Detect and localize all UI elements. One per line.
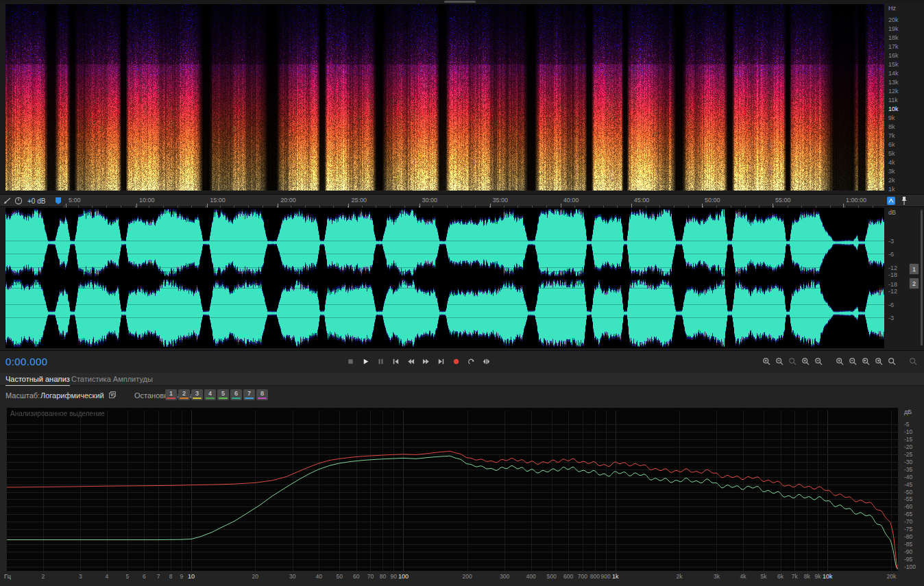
freq-tick-label: 10k (823, 573, 833, 580)
channel-1-button[interactable]: 1 (909, 263, 919, 275)
zoom-in-time-button[interactable] (762, 356, 772, 367)
tab-frequency-analysis[interactable]: Частотный анализ (5, 375, 70, 383)
frame-hold-number: 8 (256, 390, 268, 397)
freq-tick-label: 700 (578, 573, 587, 580)
waveform-display[interactable] (5, 208, 884, 348)
scale-value: Логарифмический (40, 391, 104, 400)
frame-hold-number: 6 (230, 390, 242, 397)
time-label: 40:00 (563, 197, 579, 204)
db-tick-label: -35 (904, 466, 912, 473)
freq-tick-label: 800 (590, 573, 600, 580)
snap-toggle-icon[interactable] (887, 197, 895, 205)
db-label: -6 (888, 251, 894, 258)
freq-tick-label: 900 (601, 573, 611, 580)
timeline-ruler[interactable]: +0 dB 5:0010:0015:0020:0025:0030:0035:00… (0, 194, 924, 207)
pin-icon[interactable] (900, 196, 908, 206)
db-unit-label: dB (888, 209, 896, 216)
channel-2-button[interactable]: 2 (909, 278, 919, 289)
frequency-label: 1k (888, 186, 895, 193)
freq-tick-label: 300 (500, 573, 509, 580)
freq-tick-label: 2 (41, 573, 45, 580)
time-label: 45:00 (634, 197, 650, 204)
zoom-selection-right-button[interactable] (875, 356, 884, 367)
skip-to-end-button[interactable] (435, 355, 448, 368)
frame-hold-button-2[interactable]: 2 (178, 389, 190, 400)
skip-selection-button[interactable] (480, 355, 493, 368)
rewind-button[interactable] (404, 355, 417, 368)
frequency-label: 4k (888, 159, 895, 166)
freq-tick-label: 500 (547, 573, 557, 580)
zoom-out-amplitude-button[interactable] (814, 356, 824, 367)
spectrogram-frequency-axis: Hz 20k19k18k17k16k15k14k13k12k11k10k9k8k… (886, 4, 924, 193)
freq-tick-label: 8 (169, 573, 173, 580)
frame-hold-button-4[interactable]: 4 (204, 389, 216, 400)
db-label: -6 (888, 302, 894, 308)
frequency-label: 2k (888, 177, 895, 184)
zoom-selection-button[interactable] (788, 356, 798, 367)
time-label: 30:00 (422, 197, 438, 204)
record-button[interactable] (450, 355, 463, 368)
frequency-analysis-panel: Частотный анализ ≡ Статистика Амплитуды … (0, 373, 924, 586)
frame-hold-number: 4 (204, 390, 216, 397)
frequency-label: 14k (888, 70, 899, 77)
zoom-full-button[interactable] (909, 356, 919, 367)
zoom-selection-left-button[interactable] (862, 356, 871, 367)
db-label: -3 (888, 315, 894, 321)
frequency-label: 7k (888, 132, 895, 139)
db-tick-label: -70 (904, 518, 912, 525)
fast-forward-button[interactable] (420, 355, 433, 368)
scrollbar-handle[interactable] (444, 1, 476, 3)
zoom-in-amplitude-button[interactable] (801, 356, 811, 367)
frame-hold-color-bar (193, 398, 202, 399)
vertical-scrollbar[interactable] (921, 210, 923, 345)
horizontal-scrollbar[interactable] (0, 0, 924, 3)
frequency-label: 19k (888, 25, 899, 32)
stop-button[interactable] (344, 355, 357, 368)
freq-tick-label: 30 (289, 573, 295, 580)
freq-tick-label: 8k (804, 573, 810, 580)
db-tick-label: -40 (904, 474, 912, 480)
frame-hold-button-7[interactable]: 7 (243, 389, 255, 400)
freq-tick-label: 20k (886, 573, 896, 580)
frequency-label: 11k (888, 97, 898, 103)
frame-hold-button-8[interactable]: 8 (256, 389, 268, 400)
copy-icon[interactable] (108, 391, 117, 399)
scale-dropdown[interactable]: Логарифмический ▼ (38, 389, 106, 401)
frame-hold-button-5[interactable]: 5 (217, 389, 229, 400)
zoom-reset-button[interactable] (888, 356, 897, 367)
loop-playback-button[interactable] (465, 355, 478, 368)
skip-to-start-button[interactable] (389, 355, 402, 368)
tab-amplitude-statistics[interactable]: Статистика Амплитуды (71, 375, 153, 383)
frequency-label: 17k (888, 43, 899, 50)
frame-hold-button-3[interactable]: 3 (191, 389, 203, 400)
frequency-graph[interactable] (7, 408, 898, 571)
freq-tick-label: 5 (126, 573, 130, 580)
frame-hold-color-bar (206, 398, 215, 399)
zoom-out-selection-button[interactable] (849, 356, 858, 367)
db-tick-label: -100 (904, 563, 916, 570)
zoom-in-selection-button[interactable] (836, 356, 845, 367)
frequency-label: 18k (888, 34, 899, 41)
zoom-out-time-button[interactable] (775, 356, 785, 367)
freq-tick-label: 9k (814, 573, 820, 580)
freq-tick-label: 5k (761, 573, 767, 580)
play-button[interactable] (359, 355, 372, 368)
db-tick-label: -10 (904, 428, 912, 435)
freq-tick-label: 7 (157, 573, 160, 580)
db-label: -18 (888, 271, 897, 278)
frequency-label: 13k (888, 79, 899, 86)
time-label: 25:00 (351, 197, 367, 204)
tab-label: Статистика Амплитуды (71, 375, 153, 383)
spectrogram-display[interactable] (5, 4, 884, 191)
frequency-label: 6k (888, 141, 895, 148)
time-ruler-labels: 5:0010:0015:0020:0025:0030:0035:0040:004… (0, 195, 886, 208)
frequency-label: 15k (888, 61, 899, 68)
frequency-label: 5k (888, 150, 895, 157)
pause-button[interactable] (374, 355, 387, 368)
db-tick-label: -65 (904, 511, 912, 517)
freq-tick-label: 50 (337, 573, 343, 580)
frame-hold-button-6[interactable]: 6 (230, 389, 242, 400)
panel-menu-icon[interactable]: ≡ (55, 375, 59, 383)
freq-tick-label: 3k (714, 573, 720, 580)
frame-hold-button-1[interactable]: 1 (165, 389, 177, 400)
